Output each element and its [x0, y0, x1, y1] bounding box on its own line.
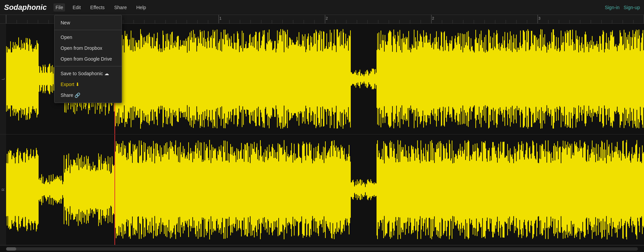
menu-item-export[interactable]: Export ⬇ — [55, 79, 122, 90]
nav-menu: File Edit Effects Share Help — [53, 3, 605, 12]
signin-link[interactable]: Sign-in — [605, 5, 620, 10]
track-label-right: R — [0, 134, 6, 245]
nav-right: Sign-in Sign-up — [605, 5, 640, 10]
scrollbar-track — [6, 247, 638, 251]
nav-item-effects[interactable]: Effects — [88, 3, 107, 12]
menu-item-open[interactable]: Open — [55, 32, 122, 43]
scrollbar-area — [0, 245, 644, 252]
menu-item-open-gdrive[interactable]: Open from Google Drive — [55, 54, 122, 64]
nav-item-file[interactable]: File — [53, 3, 65, 12]
file-dropdown-menu: New Open Open from Dropbox Open from Goo… — [54, 15, 122, 103]
nav-item-edit[interactable]: Edit — [70, 3, 83, 12]
dropdown-separator-2 — [55, 66, 122, 66]
track-right: R — [0, 134, 644, 245]
playhead-right — [114, 134, 115, 245]
nav-item-help[interactable]: Help — [134, 3, 148, 12]
menu-item-open-dropbox[interactable]: Open from Dropbox — [55, 43, 122, 54]
scrollbar-thumb[interactable] — [6, 247, 16, 251]
track-label-left: L — [0, 24, 6, 134]
menu-item-new[interactable]: New — [55, 17, 122, 28]
navbar: Sodaphonic File Edit Effects Share Help … — [0, 0, 644, 15]
track-waveform-right[interactable] — [6, 134, 644, 245]
menu-item-share[interactable]: Share 🔗 — [55, 90, 122, 101]
dropdown-separator-1 — [55, 30, 122, 30]
app-logo: Sodaphonic — [4, 3, 47, 12]
menu-item-save[interactable]: Save to Sodaphonic ☁ — [55, 68, 122, 79]
signup-link[interactable]: Sign-up — [624, 5, 640, 10]
waveform-canvas-right — [6, 134, 644, 245]
nav-item-share[interactable]: Share — [112, 3, 129, 12]
